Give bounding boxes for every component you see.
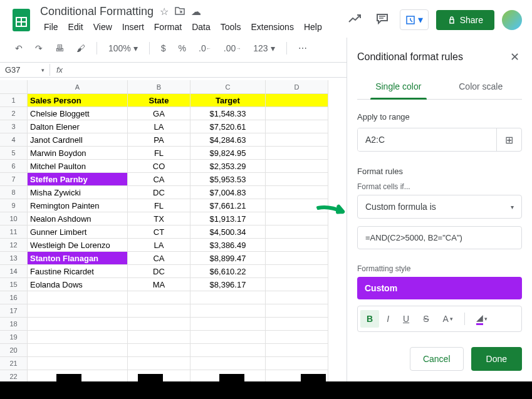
cell-name[interactable]: Dalton Elener: [28, 120, 128, 133]
zoom-select[interactable]: 100%▾: [103, 39, 143, 57]
cell[interactable]: [266, 94, 328, 107]
cell[interactable]: [266, 252, 328, 265]
cell[interactable]: [128, 344, 190, 357]
cell-name[interactable]: Eolanda Dows: [28, 278, 128, 291]
cell-state[interactable]: FL: [128, 147, 190, 160]
condition-select[interactable]: Custom formula is ▾: [357, 195, 522, 219]
row-header[interactable]: 4: [0, 133, 28, 147]
row-header[interactable]: 16: [0, 291, 28, 304]
cell[interactable]: [266, 225, 328, 239]
col-header-c[interactable]: C: [190, 80, 266, 94]
cell-target[interactable]: $1,548.33: [190, 107, 266, 120]
move-icon[interactable]: [175, 6, 185, 18]
style-preview[interactable]: Custom: [357, 277, 522, 299]
cell-state[interactable]: CO: [128, 160, 190, 173]
cell[interactable]: [266, 239, 328, 252]
cell-state[interactable]: DC: [128, 186, 190, 199]
row-header[interactable]: 1: [0, 94, 28, 107]
cell-state[interactable]: LA: [128, 120, 190, 133]
cell[interactable]: [128, 318, 190, 331]
cell-target[interactable]: $3,386.49: [190, 239, 266, 252]
menu-edit[interactable]: Edit: [65, 19, 87, 34]
cell-state[interactable]: CT: [128, 225, 190, 239]
cell[interactable]: [28, 331, 128, 344]
cell[interactable]: [190, 357, 266, 370]
more-icon[interactable]: ⋯: [293, 39, 312, 57]
cell-target[interactable]: $7,004.83: [190, 186, 266, 199]
tab-single-color[interactable]: Single color: [357, 76, 440, 99]
cell[interactable]: [128, 357, 190, 370]
menu-file[interactable]: File: [40, 19, 62, 34]
cell[interactable]: [266, 173, 328, 186]
cell[interactable]: [266, 291, 328, 304]
menu-insert[interactable]: Insert: [118, 19, 148, 34]
cell-name[interactable]: Janot Cardnell: [28, 133, 128, 147]
menu-data[interactable]: Data: [188, 19, 214, 34]
number-format-select[interactable]: 123▾: [248, 39, 279, 57]
cell[interactable]: [190, 318, 266, 331]
cell-target[interactable]: $8,899.47: [190, 252, 266, 265]
cell-target[interactable]: $7,520.61: [190, 120, 266, 133]
cell-state[interactable]: TX: [128, 212, 190, 225]
cell[interactable]: [28, 344, 128, 357]
row-header[interactable]: 19: [0, 331, 28, 344]
doc-title[interactable]: Conditional Formatting: [40, 5, 154, 18]
row-header[interactable]: 10: [0, 212, 28, 225]
col-header-b[interactable]: B: [128, 80, 190, 94]
undo-icon[interactable]: ↶: [10, 39, 28, 57]
percent-icon[interactable]: %: [174, 39, 191, 57]
cell[interactable]: [128, 331, 190, 344]
fill-color-icon[interactable]: ◢▾: [470, 309, 494, 329]
cell[interactable]: [266, 357, 328, 370]
cell[interactable]: [28, 318, 128, 331]
row-header[interactable]: 18: [0, 318, 28, 331]
decrease-decimal-icon[interactable]: .0←: [194, 39, 216, 57]
print-icon[interactable]: 🖶: [50, 39, 69, 57]
table-header[interactable]: Sales Person: [28, 94, 128, 107]
row-header[interactable]: 20: [0, 344, 28, 357]
cell[interactable]: [266, 344, 328, 357]
cell-target[interactable]: $6,610.22: [190, 265, 266, 278]
cell-state[interactable]: MA: [128, 278, 190, 291]
increase-decimal-icon[interactable]: .00→: [219, 39, 246, 57]
cell-state[interactable]: CA: [128, 252, 190, 265]
col-header-a[interactable]: A: [28, 80, 128, 94]
bold-icon[interactable]: B: [360, 310, 379, 328]
cell-target[interactable]: $4,284.63: [190, 133, 266, 147]
cell[interactable]: [128, 291, 190, 304]
cell-state[interactable]: LA: [128, 239, 190, 252]
cell-name[interactable]: Mitchel Paulton: [28, 160, 128, 173]
cell[interactable]: [190, 291, 266, 304]
cell[interactable]: [28, 291, 128, 304]
row-header[interactable]: 15: [0, 278, 28, 291]
menu-help[interactable]: Help: [300, 19, 326, 34]
row-header[interactable]: 5: [0, 147, 28, 160]
select-range-icon[interactable]: ⊞: [496, 128, 521, 151]
trend-icon[interactable]: [345, 11, 365, 29]
cell-name[interactable]: Nealon Ashdown: [28, 212, 128, 225]
close-icon[interactable]: ✕: [508, 48, 522, 66]
cell-state[interactable]: CA: [128, 173, 190, 186]
cell-target[interactable]: $9,824.95: [190, 147, 266, 160]
cell[interactable]: [266, 318, 328, 331]
row-header[interactable]: 3: [0, 120, 28, 133]
done-button[interactable]: Done: [471, 347, 522, 371]
cell[interactable]: [266, 304, 328, 318]
formula-input[interactable]: [357, 226, 522, 249]
text-color-icon[interactable]: A▾: [436, 310, 459, 328]
cell-name[interactable]: Stanton Flanagan: [28, 252, 128, 265]
cell-state[interactable]: GA: [128, 107, 190, 120]
underline-icon[interactable]: U: [397, 310, 415, 328]
row-header[interactable]: 14: [0, 265, 28, 278]
row-header[interactable]: 11: [0, 225, 28, 239]
row-header[interactable]: 7: [0, 173, 28, 186]
row-header[interactable]: 12: [0, 239, 28, 252]
cell-state[interactable]: FL: [128, 199, 190, 212]
star-icon[interactable]: ☆: [160, 6, 169, 18]
cell[interactable]: [266, 331, 328, 344]
tab-color-scale[interactable]: Color scale: [440, 76, 523, 99]
spreadsheet-grid[interactable]: A B C D 1 Sales Person State Target 2 Ch…: [0, 80, 347, 399]
name-box[interactable]: G37▾: [0, 64, 50, 76]
last-edit-button[interactable]: ▾: [400, 9, 429, 30]
cell-target[interactable]: $4,500.34: [190, 225, 266, 239]
